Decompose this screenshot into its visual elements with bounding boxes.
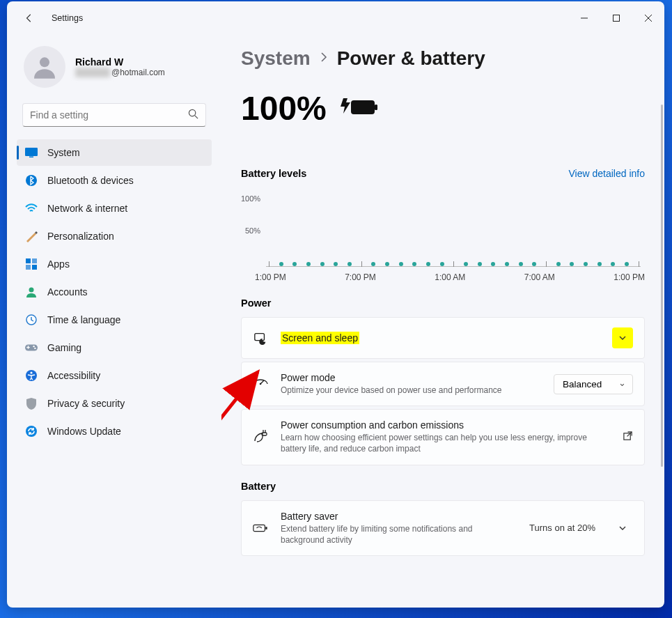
chart-point <box>385 262 389 266</box>
svg-rect-22 <box>255 334 265 341</box>
carbon-desc: Learn how choosing efficient power setti… <box>281 432 610 454</box>
chart-point <box>292 262 297 266</box>
svg-point-24 <box>260 383 262 385</box>
settings-window: Settings Richard W xxxxxxx@hotmail.com <box>7 1 664 608</box>
svg-line-4 <box>195 115 198 118</box>
sidebar-item-personalization[interactable]: Personalization <box>17 223 212 249</box>
minimize-button[interactable] <box>568 7 600 29</box>
battery-saver-desc: Extend battery life by limiting some not… <box>281 523 517 546</box>
sidebar-item-privacy-security[interactable]: Privacy & security <box>17 390 212 417</box>
chart-xlabel: 1:00 PM <box>255 272 286 282</box>
sidebar-item-label: System <box>47 147 80 158</box>
svg-point-18 <box>30 371 32 373</box>
chart-point <box>347 262 352 266</box>
sidebar-item-time-language[interactable]: Time & language <box>17 307 212 333</box>
maximize-button[interactable] <box>600 7 632 29</box>
sidebar-item-label: Network & internet <box>47 203 127 214</box>
chart-point <box>519 262 523 266</box>
sidebar-item-network-internet[interactable]: Network & internet <box>17 195 212 222</box>
accessibility-icon <box>25 369 38 382</box>
sidebar-item-label: Bluetooth & devices <box>47 175 134 186</box>
chart-point <box>491 262 495 266</box>
svg-rect-30 <box>265 527 267 530</box>
svg-point-15 <box>33 346 34 347</box>
battery-saver-row[interactable]: Battery saver Extend battery life by lim… <box>241 500 645 556</box>
person-icon <box>25 286 38 298</box>
expand-battery-saver[interactable] <box>612 518 633 539</box>
sidebar-item-label: Accessibility <box>47 370 100 381</box>
page-title: Power & battery <box>337 47 485 70</box>
chart-point <box>371 262 375 266</box>
sidebar-item-bluetooth-devices[interactable]: Bluetooth & devices <box>17 167 212 194</box>
carbon-row[interactable]: Power consumption and carbon emissions L… <box>241 409 645 465</box>
battery-section-label: Battery <box>241 481 645 492</box>
profile-block[interactable]: Richard W xxxxxxx@hotmail.com <box>7 40 221 100</box>
battery-percent: 100% <box>241 89 327 128</box>
chart-point <box>570 262 574 266</box>
chart-point <box>334 262 338 266</box>
sidebar-item-label: Accounts <box>47 286 88 298</box>
bluetooth-icon <box>25 174 38 187</box>
svg-point-3 <box>189 109 195 116</box>
content-pane: System Power & battery 100% Battery le <box>221 35 664 608</box>
svg-rect-8 <box>26 258 31 263</box>
screen-and-sleep-row[interactable]: Screen and sleep <box>241 317 645 359</box>
nav-list: SystemBluetooth & devicesNetwork & inter… <box>7 135 221 445</box>
battery-saver-title: Battery saver <box>281 511 517 522</box>
chevron-right-icon <box>320 52 327 65</box>
svg-point-12 <box>29 288 34 293</box>
update-icon <box>25 425 38 438</box>
chart-point <box>597 262 602 266</box>
search-icon <box>188 109 198 122</box>
battery-saver-status: Turns on at 20% <box>529 523 595 533</box>
avatar <box>24 46 65 88</box>
close-button[interactable] <box>632 7 664 29</box>
sidebar-item-label: Personalization <box>47 231 114 242</box>
search-input[interactable] <box>22 103 206 127</box>
battery-status: 100% <box>241 89 645 128</box>
sidebar-item-gaming[interactable]: Gaming <box>17 334 212 361</box>
chart-xlabel: 1:00 AM <box>435 272 465 282</box>
chart-point <box>556 262 561 266</box>
external-link-icon <box>623 431 633 444</box>
svg-rect-11 <box>32 265 37 270</box>
sidebar-item-accessibility[interactable]: Accessibility <box>17 362 212 389</box>
svg-rect-10 <box>26 265 31 270</box>
sidebar-item-apps[interactable]: Apps <box>17 251 212 277</box>
svg-point-2 <box>40 57 49 67</box>
view-detailed-link[interactable]: View detailed info <box>569 168 645 179</box>
titlebar: Settings <box>7 1 664 35</box>
svg-rect-6 <box>29 157 33 158</box>
sidebar-item-label: Privacy & security <box>47 398 125 409</box>
shield-icon <box>25 397 38 410</box>
power-mode-dropdown[interactable]: Balanced <box>554 374 633 394</box>
svg-rect-9 <box>32 258 37 263</box>
battery-levels-label: Battery levels <box>241 168 306 179</box>
chart-point <box>306 262 311 266</box>
power-mode-row[interactable]: Power mode Optimize your device based on… <box>241 362 645 406</box>
chart-point <box>532 262 536 266</box>
power-mode-title: Power mode <box>281 372 541 383</box>
chart-xlabel: 7:00 AM <box>524 272 555 282</box>
scrollbar[interactable] <box>661 105 663 467</box>
svg-rect-20 <box>352 101 374 114</box>
apps-icon <box>25 258 38 270</box>
clock-icon <box>25 314 38 326</box>
battery-chart: 100% 50% 1:00 PM7:00 PM1:00 AM7:00 AM1:0… <box>241 183 645 288</box>
sidebar-item-system[interactable]: System <box>17 139 212 166</box>
sidebar-item-label: Apps <box>47 258 70 270</box>
battery-charging-icon <box>339 97 378 121</box>
sidebar-item-windows-update[interactable]: Windows Update <box>17 418 212 445</box>
sidebar-item-accounts[interactable]: Accounts <box>17 279 212 305</box>
expand-screen-sleep[interactable] <box>612 327 633 348</box>
svg-point-19 <box>26 426 37 437</box>
breadcrumb-root[interactable]: System <box>241 47 311 70</box>
back-button[interactable] <box>24 13 35 24</box>
chart-point <box>426 262 430 266</box>
power-mode-desc: Optimize your device based on power use … <box>281 385 541 396</box>
window-controls <box>568 7 664 29</box>
paint-icon <box>25 230 38 242</box>
profile-email: xxxxxxx@hotmail.com <box>75 68 165 77</box>
screen-sleep-icon <box>253 331 268 345</box>
chart-point <box>279 262 283 266</box>
